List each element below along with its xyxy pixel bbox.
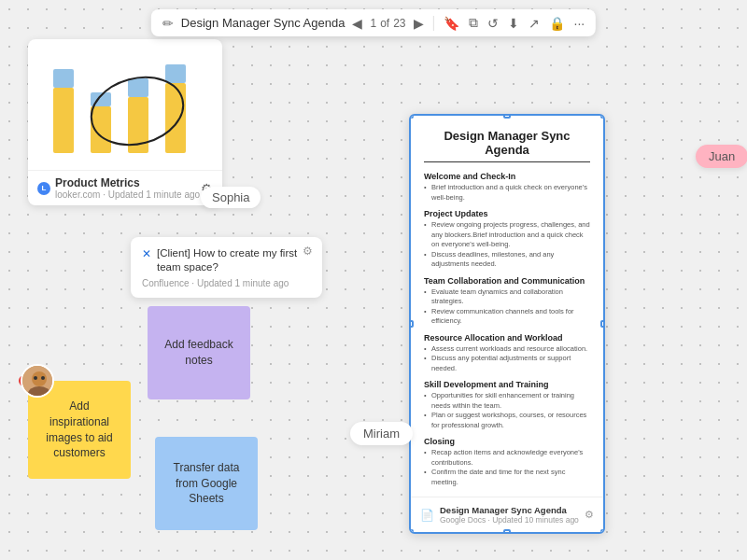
doc-bullet-updates-1: Review ongoing projects progress, challe… [424, 220, 590, 250]
doc-section-updates: Project Updates [424, 209, 590, 218]
refresh-icon[interactable]: ↺ [487, 16, 499, 31]
handle-bl[interactable] [409, 529, 414, 534]
toolbar-separator [433, 16, 434, 31]
doc-footer-info: Design Manager Sync Agenda Google Docs ·… [440, 505, 579, 525]
handle-bm[interactable] [503, 529, 511, 534]
document-footer: 📄 Design Manager Sync Agenda Google Docs… [411, 497, 603, 532]
handle-mr[interactable] [600, 320, 605, 328]
nav-left-icon[interactable]: ◀ [352, 16, 362, 31]
doc-section-resource: Resource Allocation and Workload [424, 333, 590, 343]
doc-settings-icon[interactable]: ⚙ [585, 509, 594, 521]
download-icon[interactable]: ⬇ [508, 16, 519, 31]
sticky-feedback-text: Add feedback notes [159, 337, 239, 369]
miriam-label: Miriam [350, 422, 413, 445]
doc-bullet-updates-2: Discuss deadlines, milestones, and any a… [424, 250, 590, 270]
more-icon[interactable]: ··· [574, 16, 585, 31]
confluence-card: ✕ [Client] How to create my first team s… [131, 237, 322, 298]
toolbar-actions: 🔖 ⧉ ↺ ⬇ ↗ 🔒 ··· [444, 15, 585, 31]
document-main-title: Design Manager Sync Agenda [424, 129, 590, 162]
handle-tl[interactable] [409, 114, 414, 119]
handle-ml[interactable] [409, 320, 414, 328]
sticky-note-feedback[interactable]: Add feedback notes [148, 306, 250, 399]
pencil-icon[interactable]: ✏ [162, 16, 174, 31]
doc-section-closing: Closing [424, 437, 590, 446]
handle-tm[interactable] [503, 114, 511, 119]
svg-rect-2 [91, 106, 111, 153]
confluence-icon: ✕ [142, 247, 151, 260]
lock-icon[interactable]: 🔒 [549, 16, 565, 31]
doc-section-skill: Skill Development and Training [424, 380, 590, 389]
doc-bullet-collab-2: Review communication channels and tools … [424, 307, 590, 327]
sophia-user: Sophia [201, 187, 261, 208]
bar-chart [39, 50, 211, 162]
doc-bullet-closing-2: Confirm the date and time for the next s… [424, 468, 590, 487]
toolbar: ✏ Design Manager Sync Agenda ◀ 1 of 23 ▶… [151, 9, 596, 36]
svg-rect-6 [165, 83, 186, 153]
bookmark-icon[interactable]: 🔖 [444, 16, 459, 31]
sticky-inspirational-text: Add inspirational images to aid customer… [39, 399, 120, 461]
doc-bullet-skill-1: Opportunities for skill enhancement or t… [424, 391, 590, 411]
doc-footer-meta: Google Docs · Updated 10 minutes ago [440, 515, 579, 525]
svg-point-13 [41, 376, 45, 380]
doc-footer-title: Design Manager Sync Agenda [440, 505, 579, 515]
svg-rect-7 [165, 64, 186, 83]
confluence-header: ✕ [Client] How to create my first team s… [142, 246, 311, 274]
chart-footer: L Product Metrics looker.com · Updated 1… [28, 170, 222, 205]
chart-card: L Product Metrics looker.com · Updated 1… [28, 39, 222, 205]
avatar [21, 364, 54, 398]
sticky-note-transfer[interactable]: Transfer data from Google Sheets [155, 437, 258, 530]
nav-right-icon[interactable]: ▶ [414, 16, 424, 31]
doc-section-checkin: Welcome and Check-In [424, 172, 590, 181]
duplicate-icon[interactable]: ⧉ [469, 15, 478, 31]
confluence-title: [Client] How to create my first team spa… [157, 246, 311, 274]
juan-label: Juan [696, 145, 747, 168]
document-content: Design Manager Sync Agenda Welcome and C… [411, 116, 603, 497]
doc-bullet-resource-2: Discuss any potential adjustments or sup… [424, 354, 590, 373]
doc-footer-left: 📄 Design Manager Sync Agenda Google Docs… [420, 505, 579, 525]
sophia-label: Sophia [201, 187, 261, 208]
svg-rect-0 [53, 88, 74, 153]
document-card: Design Manager Sync Agenda Welcome and C… [409, 114, 605, 534]
doc-bullet-closing-1: Recap action items and acknowledge every… [424, 448, 590, 468]
chart-area [28, 39, 222, 170]
doc-bullet-collab-1: Evaluate team dynamics and collaboration… [424, 287, 590, 307]
toolbar-title: Design Manager Sync Agenda [181, 16, 345, 30]
confluence-meta: Confluence · Updated 1 minute ago [142, 278, 311, 288]
sticky-transfer-text: Transfer data from Google Sheets [166, 460, 247, 507]
chart-footer-left: L Product Metrics looker.com · Updated 1… [37, 176, 200, 200]
looker-icon: L [37, 182, 50, 195]
doc-section-collab: Team Collaboration and Communication [424, 276, 590, 286]
doc-bullet-skill-2: Plan or suggest workshops, courses, or r… [424, 411, 590, 430]
chart-title: Product Metrics [55, 176, 200, 189]
doc-bullet-resource-1: Assess current workloads and resource al… [424, 344, 590, 355]
google-docs-icon: 📄 [420, 509, 434, 522]
handle-tr[interactable] [600, 114, 605, 119]
chart-subtitle: looker.com · Updated 1 minute ago [55, 189, 200, 200]
svg-rect-1 [53, 69, 74, 88]
export-icon[interactable]: ↗ [529, 16, 540, 31]
doc-bullet-checkin: Brief introduction and a quick check on … [424, 183, 590, 203]
svg-rect-5 [128, 78, 148, 97]
svg-point-12 [34, 376, 37, 380]
chart-info: Product Metrics looker.com · Updated 1 m… [55, 176, 200, 200]
confluence-settings-icon[interactable]: ⚙ [303, 245, 313, 258]
handle-br[interactable] [600, 529, 605, 534]
toolbar-nav: 1 of 23 [370, 17, 405, 30]
yellow-card-wrapper: 1 Add inspirational images to aid custom… [28, 364, 131, 479]
